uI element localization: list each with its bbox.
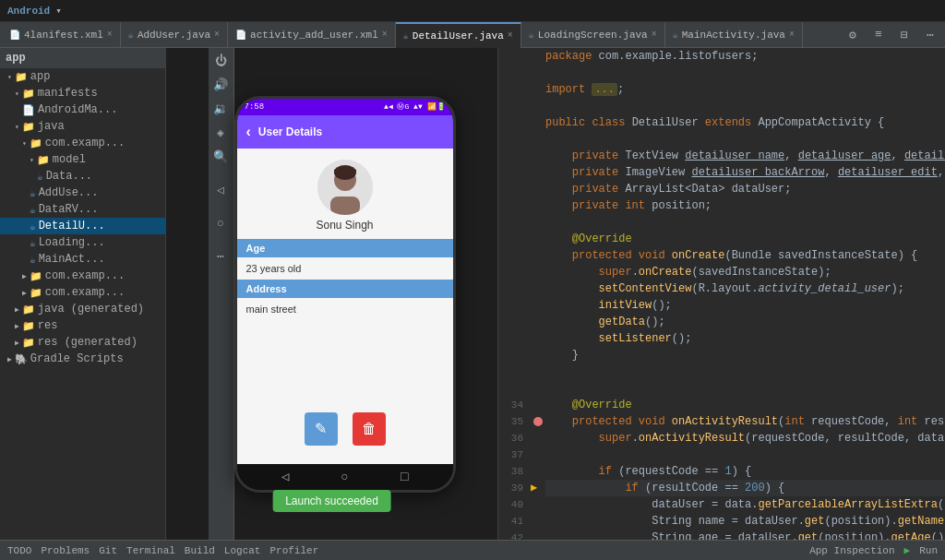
tab-detailuser[interactable]: ☕ DetailUser.java ×	[396, 22, 521, 48]
arrow-icon: ▾	[22, 139, 27, 148]
code-line-22: 34 @Override	[498, 397, 945, 413]
more-icon[interactable]: ⋯	[921, 26, 939, 44]
rotate-icon[interactable]: ◈	[211, 124, 230, 142]
volume-down-icon[interactable]: 🔉	[211, 100, 230, 118]
code-line-29: 41 String name = dataUser.get(position).…	[498, 513, 945, 530]
volume-up-icon[interactable]: 🔊	[211, 76, 230, 94]
status-problems[interactable]: Problems	[41, 545, 90, 556]
phone-back-arrow[interactable]: ‹	[246, 124, 251, 140]
phone-user-name: Sonu Singh	[316, 219, 373, 232]
phone-back-btn[interactable]: ◁	[281, 469, 289, 484]
status-build[interactable]: Build	[185, 545, 215, 556]
arrow-icon: ▾	[7, 73, 12, 81]
code-line-7: private TextView detailuser_name, detail…	[498, 148, 945, 164]
tab-mainactivity[interactable]: ☕ MainActivity.java ×	[665, 22, 803, 48]
sidebar-item-androidmanifest[interactable]: 📄 AndroidMa...	[0, 101, 165, 118]
status-terminal[interactable]: Terminal	[126, 545, 175, 556]
zoom-in-icon[interactable]: 🔍	[211, 148, 230, 166]
settings-icon[interactable]: ⚙	[843, 26, 862, 44]
sidebar-item-gradle[interactable]: ▶ 🐘 Gradle Scripts	[0, 351, 165, 367]
code-line-2	[498, 65, 945, 81]
tab-adduser[interactable]: ☕ AddUser.java ×	[121, 22, 228, 48]
split-icon[interactable]: ⊟	[895, 26, 914, 44]
sidebar-item-detailuser[interactable]: ☕ DetailU...	[0, 218, 165, 234]
sidebar-item-manifests[interactable]: ▾ 📁 manifests	[0, 85, 165, 101]
sidebar-item-model[interactable]: ▾ 📁 model	[0, 151, 165, 168]
status-profiler[interactable]: Profiler	[269, 545, 318, 556]
code-line-13: protected void onCreate(Bundle savedInst…	[498, 247, 945, 264]
code-line-17: getData();	[498, 314, 945, 330]
phone-avatar	[317, 160, 373, 215]
java-icon: ☕	[37, 171, 43, 183]
sidebar-label-manifests: manifests	[38, 87, 98, 100]
status-run[interactable]: Run	[919, 545, 938, 556]
sidebar-item-app[interactable]: ▾ 📁 app	[0, 68, 165, 85]
more-emulator-icon[interactable]: ⋯	[211, 247, 230, 266]
sidebar-item-java[interactable]: ▾ 📁 java	[0, 118, 165, 135]
tab-close-manifest[interactable]: ×	[107, 30, 113, 40]
list-icon[interactable]: ≡	[869, 26, 888, 44]
sidebar-item-loading[interactable]: ☕ Loading...	[0, 234, 165, 251]
sidebar-item-comexample[interactable]: ▾ 📁 com.examp...	[0, 135, 165, 151]
sidebar-label-gradle: Gradle Scripts	[30, 352, 124, 365]
arrow-icon: ▶	[22, 272, 27, 280]
sidebar-item-comexample3[interactable]: ▶ 📁 com.examp...	[0, 284, 165, 301]
sidebar-item-adduser[interactable]: ☕ AddUse...	[0, 185, 165, 201]
arrow-icon: ▾	[30, 156, 34, 164]
sidebar-label-java: java	[38, 120, 65, 133]
home-icon[interactable]: ○	[211, 214, 230, 232]
status-logcat[interactable]: Logcat	[224, 545, 261, 556]
svg-rect-5	[349, 169, 356, 174]
sidebar-label-comexample2: com.examp...	[45, 269, 125, 282]
sidebar-label-app: app	[30, 70, 51, 83]
back-nav-icon[interactable]: ◁	[211, 181, 230, 199]
sidebar-item-res-generated[interactable]: ▶ 📁 res (generated)	[0, 334, 165, 351]
tab-close-detailuser[interactable]: ×	[508, 30, 513, 41]
tab-manifest[interactable]: 📄 4lanifest.xml ×	[2, 22, 121, 48]
tab-close-activity-add-user[interactable]: ×	[382, 30, 388, 40]
phone-toolbar: ‹ User Details	[237, 115, 453, 149]
folder-icon: 📁	[30, 137, 42, 149]
status-git[interactable]: Git	[99, 545, 117, 556]
status-todo[interactable]: TODO	[7, 545, 31, 556]
phone-edit-button[interactable]: ✎	[305, 412, 338, 446]
sidebar-item-res[interactable]: ▶ 📁 res	[0, 317, 165, 334]
project-root-label: app	[6, 52, 26, 65]
phone-address-header: Address	[237, 280, 453, 298]
sidebar-item-datarv[interactable]: ☕ DataRV...	[0, 201, 165, 218]
code-line-15: setContentView(R.layout.activity_detail_…	[498, 280, 945, 297]
sidebar-label-res-generated: res (generated)	[38, 336, 138, 349]
sidebar-item-comexample2[interactable]: ▶ 📁 com.examp...	[0, 268, 165, 284]
sidebar-item-java-generated[interactable]: ▶ 📁 java (generated)	[0, 301, 165, 317]
code-editor[interactable]: package com.example.listofusers; import …	[498, 48, 945, 540]
code-line-27: 39 ▶ if (resultCode == 200) {	[498, 480, 945, 496]
code-line-9: private ArrayList<Data> dataUser;	[498, 181, 945, 197]
sidebar-item-mainact[interactable]: ☕ MainAct...	[0, 251, 165, 268]
java-icon: ☕	[30, 237, 36, 249]
sidebar-label-res: res	[38, 319, 58, 332]
tab-close-adduser[interactable]: ×	[214, 30, 220, 40]
code-line-16: initView();	[498, 297, 945, 314]
tab-loadingscreen[interactable]: ☕ LoadingScreen.java ×	[521, 22, 665, 48]
android-dropdown-arrow[interactable]: ▾	[55, 5, 62, 17]
status-run-icon[interactable]: ▶	[904, 544, 911, 556]
phone-home-btn[interactable]: ○	[341, 470, 348, 484]
folder-icon: 📁	[30, 270, 42, 282]
code-line-5: public class DetailUser extends AppCompa…	[498, 114, 945, 131]
tab-close-mainactivity[interactable]: ×	[789, 30, 795, 40]
sidebar-item-data[interactable]: ☕ Data...	[0, 168, 165, 185]
arrow-icon: ▶	[22, 289, 27, 297]
code-line-3: import ...;	[498, 81, 945, 98]
status-app-inspection[interactable]: App Inspection	[809, 545, 894, 556]
phone-delete-button[interactable]: 🗑	[353, 412, 386, 446]
folder-icon: 📁	[22, 304, 35, 316]
code-line-25: 37	[498, 447, 945, 463]
code-line-19: }	[498, 347, 945, 363]
phone-nav-bar: ◁ ○ □	[237, 464, 453, 490]
tab-close-loadingscreen[interactable]: ×	[652, 30, 657, 40]
power-icon[interactable]: ⏻	[211, 52, 230, 70]
tab-activity-add-user[interactable]: 📄 activity_add_user.xml ×	[228, 22, 396, 48]
code-line-28: 40 dataUser = data.getParcelableArrayLis…	[498, 496, 945, 513]
phone-recents-btn[interactable]: □	[401, 470, 408, 484]
phone-status-icons: ▲◀ ⓂG ▲▼ 📶🔋	[384, 101, 445, 112]
